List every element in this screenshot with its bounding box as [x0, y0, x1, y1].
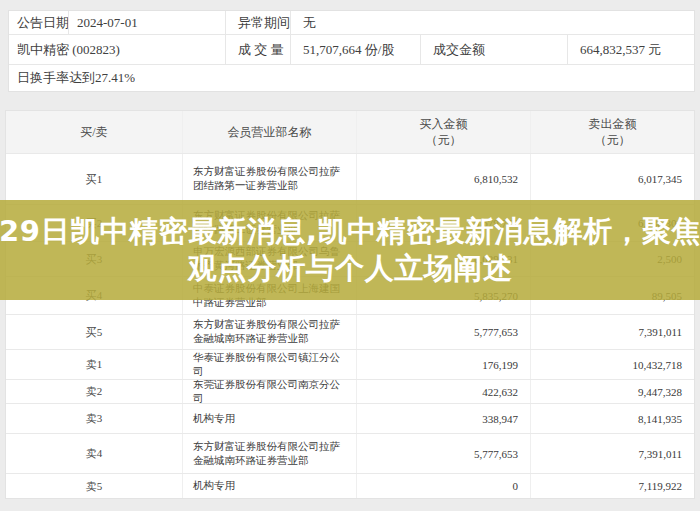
- header-buy-amount: 买入金额 （元）: [356, 111, 530, 153]
- row-buy-amount: 338,947: [356, 404, 530, 433]
- headline-banner-overlay: 29日凯中精密最新消息,凯中精密最新消息解析，聚焦 观点分析与个人立场阐述: [0, 200, 700, 300]
- volume-value: 51,707,664 份/股: [291, 35, 421, 64]
- row-branch-name: 华泰证券股份有限公司镇江分公司: [182, 350, 356, 379]
- row-buy-amount: 5,777,653: [356, 315, 530, 349]
- row-sell-amount: 10,432,718: [530, 350, 694, 379]
- table-header-row: 买/卖 会员营业部名称 买入金额 （元） 卖出金额 （元）: [6, 111, 694, 153]
- row-sell-amount: 7,391,011: [530, 434, 694, 473]
- row-branch-name: 机构专用: [182, 404, 356, 433]
- row-side-label: 卖2: [6, 380, 182, 403]
- row-branch-name: 机构专用: [182, 474, 356, 498]
- announce-date-label: 公告日期: [9, 11, 69, 34]
- row-buy-amount: 0: [356, 474, 530, 498]
- table-row: 卖4 东方财富证券股份有限公司拉萨金融城南环路证券营业部 5,777,653 7…: [6, 433, 694, 473]
- row-side-label: 卖5: [6, 474, 182, 498]
- row-buy-amount: 176,199: [356, 350, 530, 379]
- banner-title-line1: 29日凯中精密最新消息,凯中精密最新消息解析，聚焦: [0, 213, 700, 250]
- announce-date-value: 2024-07-01: [69, 11, 226, 34]
- turnover-rate-note: 日换手率达到27.41%: [9, 69, 135, 87]
- row-branch-name: 东莞证券股份有限公司南京分公司: [182, 380, 356, 403]
- row-buy-amount: 5,777,653: [356, 434, 530, 473]
- row-side-label: 卖3: [6, 404, 182, 433]
- banner-title-line2: 观点分析与个人立场阐述: [188, 250, 513, 287]
- row-buy-amount: 422,632: [356, 380, 530, 403]
- row-buy-amount: 6,810,532: [356, 154, 530, 204]
- volume-label: 成 交 量: [226, 35, 291, 64]
- turnover-amount-value: 664,832,537 元: [568, 41, 694, 59]
- row-branch-name: 东方财富证券股份有限公司拉萨金融城南环路证券营业部: [182, 315, 356, 349]
- row-sell-amount: 6,017,345: [530, 154, 694, 204]
- header-buy-sell: 买/卖: [6, 111, 182, 153]
- row-side-label: 买1: [6, 154, 182, 204]
- row-branch-name: 东方财富证券股份有限公司拉萨金融城南环路证券营业部: [182, 434, 356, 473]
- info-row-volume: 凯中精密 (002823) 成 交 量 51,707,664 份/股 成交金额 …: [9, 34, 694, 64]
- abnormal-period-value: 无: [291, 14, 694, 32]
- table-row: 卖1 华泰证券股份有限公司镇江分公司 176,199 10,432,718: [6, 349, 694, 379]
- table-row: 卖2 东莞证券股份有限公司南京分公司 422,632 9,447,328: [6, 379, 694, 403]
- row-sell-amount: 9,447,328: [530, 380, 694, 403]
- row-side-label: 卖4: [6, 434, 182, 473]
- table-row: 买1 东方财富证券股份有限公司拉萨团结路第一证券营业部 6,810,532 6,…: [6, 153, 694, 204]
- stock-name-code: 凯中精密 (002823): [9, 35, 226, 64]
- table-row: 卖5 机构专用 0 7,119,922: [6, 473, 694, 498]
- stock-info-table: 公告日期 2024-07-01 异常期间 无 凯中精密 (002823) 成 交…: [8, 10, 695, 92]
- info-row-announcement: 公告日期 2024-07-01 异常期间 无: [9, 11, 694, 34]
- row-sell-amount: 8,141,935: [530, 404, 694, 433]
- header-branch-name: 会员营业部名称: [182, 111, 356, 153]
- broker-seat-table: 买/卖 会员营业部名称 买入金额 （元） 卖出金额 （元） 买1 东方财富证券股…: [5, 110, 695, 499]
- row-sell-amount: 7,119,922: [530, 474, 694, 498]
- table-row: 卖3 机构专用 338,947 8,141,935: [6, 403, 694, 433]
- table-row: 买5 东方财富证券股份有限公司拉萨金融城南环路证券营业部 5,777,653 7…: [6, 314, 694, 349]
- turnover-amount-label: 成交金额: [421, 35, 568, 64]
- row-branch-name: 东方财富证券股份有限公司拉萨团结路第一证券营业部: [182, 154, 356, 204]
- abnormal-period-label: 异常期间: [226, 11, 291, 34]
- row-side-label: 买5: [6, 315, 182, 349]
- info-row-turnover-rate: 日换手率达到27.41%: [9, 64, 694, 91]
- row-sell-amount: 7,391,011: [530, 315, 694, 349]
- header-sell-amount: 卖出金额 （元）: [530, 111, 694, 153]
- row-side-label: 卖1: [6, 350, 182, 379]
